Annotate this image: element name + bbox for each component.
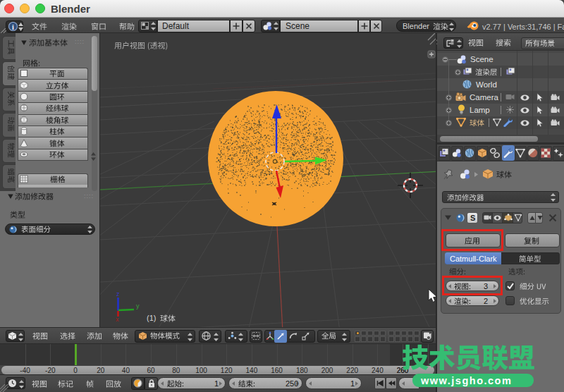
svg-text:i: i bbox=[12, 23, 14, 31]
svg-text:z: z bbox=[116, 290, 120, 298]
svg-text:x: x bbox=[116, 316, 119, 323]
svg-text:y: y bbox=[136, 302, 140, 310]
